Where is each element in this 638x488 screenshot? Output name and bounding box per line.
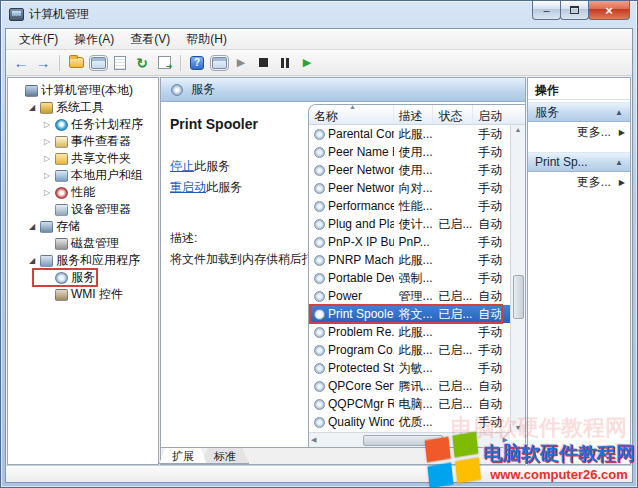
- service-row-selected[interactable]: Print Spooler将文...已启...自动: [309, 305, 510, 323]
- service-row[interactable]: PnP-X IP Bus ...PnP...手动: [309, 233, 510, 251]
- service-info-pane: Print Spooler 停止此服务 重启动此服务 描述: 将文件加载到内存供…: [170, 116, 318, 268]
- export-list-icon[interactable]: [155, 54, 173, 71]
- collapsed-caret-icon[interactable]: ▷: [42, 137, 52, 146]
- tree-item-label: 磁盘管理: [71, 235, 119, 252]
- site-watermark: 电脑软硬件教程网 www.computer26.com: [427, 437, 635, 485]
- service-gear-icon: [314, 129, 325, 140]
- column-header-startup[interactable]: 启动: [473, 105, 525, 124]
- toolbar: ← → ↻ ? ▶ ▶: [6, 50, 632, 76]
- title-bar[interactable]: 计算机管理 – ×: [1, 1, 637, 28]
- menu-help[interactable]: 帮助(H): [179, 29, 234, 50]
- service-row[interactable]: Peer Name R...使用...手动: [309, 143, 510, 161]
- service-row[interactable]: Power管理...已启...自动: [309, 287, 510, 305]
- service-description: 此服...: [394, 342, 434, 359]
- actions-section-print-spooler[interactable]: Print Sp... ▲: [528, 152, 630, 172]
- tree-item[interactable]: 设备管理器: [8, 201, 158, 218]
- service-gear-icon: [314, 363, 325, 374]
- tree-item[interactable]: ◢服务和应用程序: [8, 252, 158, 269]
- show-action-pane-icon[interactable]: [210, 54, 228, 71]
- tree-item-label: 设备管理器: [71, 201, 131, 218]
- service-row[interactable]: Protected St...为敏...手动: [309, 359, 510, 377]
- service-startup-type: 手动: [473, 324, 510, 341]
- scroll-left-icon[interactable]: ◀: [311, 436, 316, 444]
- actions-more-print-spooler[interactable]: 更多... ▶: [528, 172, 630, 192]
- close-button[interactable]: ×: [588, 1, 630, 20]
- service-row[interactable]: Peer Networ...使用...手动: [309, 161, 510, 179]
- tree-item[interactable]: 计算机管理(本地): [8, 82, 158, 99]
- restart-service-icon[interactable]: ▶: [298, 54, 316, 71]
- tree-item[interactable]: WMI 控件: [8, 286, 158, 303]
- service-description: 使计...: [394, 216, 434, 233]
- tree-item[interactable]: ▷性能: [8, 184, 158, 201]
- actions-more-services[interactable]: 更多... ▶: [528, 122, 630, 142]
- tab-extended[interactable]: 扩展: [159, 448, 207, 464]
- tab-standard[interactable]: 标准: [201, 448, 249, 464]
- forward-icon[interactable]: →: [34, 54, 52, 71]
- scroll-up-icon[interactable]: ▲: [515, 126, 522, 133]
- service-name: PNRP Machi...: [328, 253, 394, 267]
- service-row[interactable]: Plug and Play使计...已启...自动: [309, 215, 510, 233]
- tree-item[interactable]: 磁盘管理: [8, 235, 158, 252]
- service-status: 已启...: [433, 216, 473, 233]
- column-header-status[interactable]: 状态: [433, 105, 473, 124]
- tree-item[interactable]: ▷共享文件夹: [8, 150, 158, 167]
- service-row[interactable]: Portable Dev...强制...手动: [309, 269, 510, 287]
- show-console-tree-icon[interactable]: [89, 54, 107, 71]
- tree-item-label: 性能: [71, 184, 95, 201]
- stop-service-icon[interactable]: [254, 54, 272, 71]
- service-row[interactable]: Problem Re...此服...手动: [309, 323, 510, 341]
- service-row[interactable]: Parental Con...此服...手动: [309, 125, 510, 143]
- collapsed-caret-icon[interactable]: ▷: [42, 154, 52, 163]
- apps-icon: [40, 255, 53, 267]
- expanded-caret-icon[interactable]: ◢: [27, 103, 37, 112]
- service-row[interactable]: QPCore Serv...腾讯...已启...自动: [309, 377, 510, 395]
- tree-item[interactable]: ▷事件查看器: [8, 133, 158, 150]
- service-description: 使用...: [394, 162, 434, 179]
- service-row[interactable]: Peer Networ...向对...手动: [309, 179, 510, 197]
- collapsed-caret-icon[interactable]: ▷: [42, 171, 52, 180]
- service-row[interactable]: QQPCMgr R...电脑...已启...自动: [309, 395, 510, 413]
- maximize-button[interactable]: [560, 1, 589, 20]
- collapse-icon[interactable]: ▲: [615, 108, 623, 117]
- help-icon[interactable]: ?: [188, 54, 206, 71]
- vertical-scrollbar[interactable]: ▲ ▼: [510, 125, 525, 432]
- stop-service-link[interactable]: 停止: [170, 159, 194, 173]
- service-name: Performance...: [328, 199, 394, 213]
- restart-service-link[interactable]: 重启动: [170, 180, 206, 194]
- app-icon: [9, 8, 24, 21]
- tree-item[interactable]: ◢存储: [8, 218, 158, 235]
- expanded-caret-icon[interactable]: ◢: [27, 256, 37, 265]
- column-header-description[interactable]: 描述: [394, 105, 434, 124]
- collapse-icon[interactable]: ▲: [615, 158, 623, 167]
- expanded-caret-icon[interactable]: ◢: [27, 222, 37, 231]
- actions-section-services[interactable]: 服务 ▲: [528, 102, 630, 122]
- menu-action[interactable]: 操作(A): [67, 29, 121, 50]
- tree-item[interactable]: ◢系统工具: [8, 99, 158, 116]
- tools-icon: [40, 102, 53, 114]
- service-name: Power: [328, 289, 362, 303]
- start-service-icon[interactable]: ▶: [232, 54, 250, 71]
- properties-icon[interactable]: [111, 54, 129, 71]
- minimize-button[interactable]: –: [532, 1, 561, 20]
- menu-bar: 文件(F) 操作(A) 查看(V) 帮助(H): [6, 29, 632, 50]
- tree-item[interactable]: ▷本地用户和组: [8, 167, 158, 184]
- column-header-name[interactable]: 名称▲: [309, 105, 394, 124]
- description-text: 将文件加载到内存供稍后打印: [170, 251, 318, 268]
- pause-service-icon[interactable]: [276, 54, 294, 71]
- service-row[interactable]: Performance...性能...手动: [309, 197, 510, 215]
- refresh-icon[interactable]: ↻: [133, 54, 151, 71]
- service-name: Peer Networ...: [328, 163, 394, 177]
- vertical-scroll-thumb[interactable]: [513, 275, 524, 319]
- collapsed-caret-icon[interactable]: ▷: [42, 188, 52, 197]
- up-folder-icon[interactable]: [67, 54, 85, 71]
- service-row[interactable]: Program Co...此服...已启...手动: [309, 341, 510, 359]
- tree-item[interactable]: 服务: [8, 269, 158, 286]
- menu-view[interactable]: 查看(V): [123, 29, 177, 50]
- tree-item[interactable]: ▷任务计划程序: [8, 116, 158, 133]
- menu-file[interactable]: 文件(F): [12, 29, 65, 50]
- service-row[interactable]: PNRP Machi...此服...手动: [309, 251, 510, 269]
- service-startup-type: 手动: [473, 234, 510, 251]
- back-icon[interactable]: ←: [12, 54, 30, 71]
- collapsed-caret-icon[interactable]: ▷: [42, 120, 52, 129]
- service-startup-type: 手动: [473, 162, 510, 179]
